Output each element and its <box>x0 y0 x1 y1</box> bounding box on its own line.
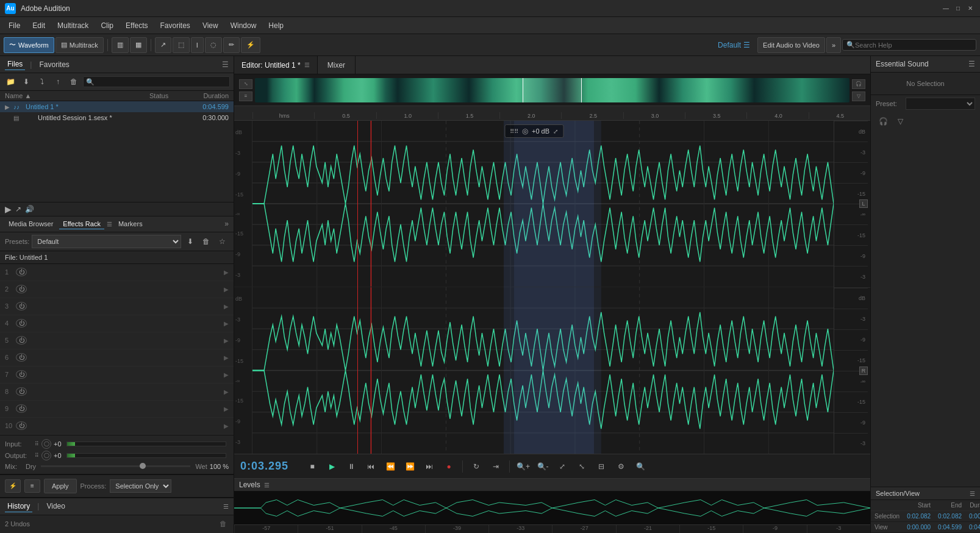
save-preset-button[interactable]: ⬇ <box>184 235 197 248</box>
filter-button[interactable]: ▽ <box>893 115 907 128</box>
essential-sound-menu-icon[interactable]: ☰ <box>968 60 975 68</box>
effect-power-7[interactable]: ⏻ <box>16 370 27 379</box>
tab-mixer[interactable]: Mixer <box>318 56 356 74</box>
headphones-button[interactable]: 🎧 <box>852 79 865 89</box>
tab-media-browser[interactable]: Media Browser <box>5 219 57 229</box>
zoom-in-full-button[interactable]: ⤡ <box>573 458 590 475</box>
tab-effects-rack[interactable]: Effects Rack <box>59 219 104 229</box>
effect-power-4[interactable]: ⏻ <box>16 319 27 327</box>
files-search-input[interactable] <box>83 76 230 87</box>
paintbrush-tool[interactable]: ✏ <box>223 37 240 53</box>
zoom-selection-button[interactable]: ⤢ <box>554 458 571 475</box>
sv-view-start[interactable]: 0:00.000 <box>903 522 934 533</box>
pause-button[interactable]: ⏸ <box>343 458 360 475</box>
menu-view[interactable]: View <box>196 19 224 32</box>
sv-view-end[interactable]: 0:04.599 <box>934 522 965 533</box>
multitrack-mode-button[interactable]: ▤ Multitrack <box>55 37 104 53</box>
effect-slot-10[interactable]: 10 ⏻ ▶ <box>0 418 234 435</box>
effects-menu-icon[interactable]: ☰ <box>107 221 112 227</box>
menu-help[interactable]: Help <box>262 19 290 32</box>
effect-power-9[interactable]: ⏻ <box>16 404 27 413</box>
audio-settings-button[interactable]: 🔊 <box>25 205 34 213</box>
maximize-button[interactable]: □ <box>953 4 963 13</box>
minimize-button[interactable]: — <box>941 4 951 13</box>
tab-files[interactable]: Files <box>5 59 25 70</box>
close-button[interactable]: ↑ <box>51 75 65 88</box>
tab-markers[interactable]: Markers <box>115 219 146 229</box>
effect-slot-6[interactable]: 6 ⏻ ▶ <box>0 349 234 367</box>
history-menu-icon[interactable]: ☰ <box>223 503 229 510</box>
magnify-button[interactable]: 🔍 <box>632 458 649 475</box>
effect-slot-3[interactable]: 3 ⏻ ▶ <box>0 298 234 315</box>
numbered-list-button[interactable]: ≡ <box>24 479 40 493</box>
presets-dropdown[interactable]: Default <box>32 235 181 248</box>
zoom-out-full-button[interactable]: ⤡ <box>239 79 252 89</box>
panel-menu-icon[interactable]: ☰ <box>222 60 229 69</box>
hud-expand-icon[interactable]: ⤢ <box>553 128 558 135</box>
headphone-button[interactable]: 🎧 <box>876 115 890 128</box>
menu-edit[interactable]: Edit <box>26 19 51 32</box>
effect-power-8[interactable]: ⏻ <box>16 387 27 396</box>
spectral-frequency-button[interactable]: ▦ <box>130 37 147 53</box>
stop-button[interactable]: ■ <box>304 458 321 475</box>
list-item[interactable]: ▶ ♪♪ Untitled 1 * 0:04.599 <box>0 101 234 112</box>
menu-multitrack[interactable]: Multitrack <box>51 19 95 32</box>
to-start-button[interactable]: ⏮ <box>362 458 379 475</box>
effect-slot-8[interactable]: 8 ⏻ ▶ <box>0 384 234 401</box>
time-selection-tool[interactable]: I <box>191 37 204 53</box>
workspace-selector[interactable]: Default ☰ <box>712 41 756 49</box>
effect-slot-2[interactable]: 2 ⏻ ▶ <box>0 281 234 298</box>
sv-selection-start[interactable]: 0:02.082 <box>903 511 934 522</box>
preset-dropdown[interactable] <box>906 98 975 110</box>
settings-zoom-button[interactable]: ⚙ <box>612 458 629 475</box>
close-button[interactable]: ✕ <box>965 4 975 13</box>
effect-power-10[interactable]: ⏻ <box>16 421 27 430</box>
rewind-button[interactable]: ⏪ <box>382 458 399 475</box>
record-button[interactable]: ● <box>440 458 457 475</box>
play-file-button[interactable]: ▶ <box>5 204 12 214</box>
spot-healing-tool[interactable]: ⚡ <box>241 37 260 53</box>
lasso-tool[interactable]: ◌ <box>205 37 222 53</box>
more-tools-button[interactable]: » <box>826 37 841 53</box>
sv-menu-icon[interactable]: ☰ <box>970 490 975 497</box>
apply-button[interactable]: Apply <box>44 479 77 493</box>
waveform-display[interactable]: ⠿⠿ ◎ +0 dB ⤢ dB -3 <box>234 121 834 454</box>
effect-power-5[interactable]: ⏻ <box>16 336 27 345</box>
expand-panel-icon[interactable]: » <box>224 220 229 228</box>
tab-editor[interactable]: Editor: Untitled 1 * ☰ <box>234 56 318 74</box>
effect-power-1[interactable]: ⏻ <box>16 268 27 276</box>
menu-favorites[interactable]: Favorites <box>154 19 196 32</box>
menu-effects[interactable]: Effects <box>120 19 154 32</box>
new-file-button[interactable]: 📁 <box>4 75 17 88</box>
menu-clip[interactable]: Clip <box>95 19 120 32</box>
mix-slider[interactable] <box>41 465 190 467</box>
effect-power-2[interactable]: ⏻ <box>16 285 27 293</box>
move-tool[interactable]: ↗ <box>155 37 171 53</box>
tab-menu-icon[interactable]: ☰ <box>304 62 310 68</box>
zoom-out-full-button[interactable]: ⊟ <box>593 458 610 475</box>
menu-file[interactable]: File <box>2 19 26 32</box>
effect-power-6[interactable]: ⏻ <box>16 353 27 362</box>
waveform-overview-display[interactable] <box>255 78 849 102</box>
zoom-in-button[interactable]: 🔍+ <box>515 458 532 475</box>
effect-slot-1[interactable]: 1 ⏻ ▶ <box>0 264 234 281</box>
input-knob[interactable]: ◯ <box>41 439 51 449</box>
delete-button[interactable]: 🗑 <box>67 75 80 88</box>
effect-power-3[interactable]: ⏻ <box>16 302 27 310</box>
import-file-button[interactable]: ⬇ <box>20 75 33 88</box>
filter-button[interactable]: ▽ <box>852 91 865 101</box>
sv-selection-duration[interactable]: 0:00.000 <box>965 511 980 522</box>
to-end-button[interactable]: ⏭ <box>421 458 438 475</box>
list-item[interactable]: ▤ Untitled Session 1.sesx * 0:30.000 <box>0 112 234 123</box>
tab-history[interactable]: History <box>5 501 32 512</box>
zoom-out-button[interactable]: 🔍- <box>534 458 551 475</box>
effect-slot-7[interactable]: 7 ⏻ ▶ <box>0 367 234 384</box>
sv-selection-end[interactable]: 0:02.082 <box>934 511 965 522</box>
play-button[interactable]: ▶ <box>323 458 340 475</box>
history-trash-button[interactable]: 🗑 <box>218 518 229 529</box>
effect-slot-9[interactable]: 9 ⏻ ▶ <box>0 401 234 418</box>
levels-menu-icon[interactable]: ☰ <box>264 482 270 488</box>
output-knob[interactable]: ◯ <box>41 451 51 460</box>
power-list-button[interactable]: ⚡ <box>5 479 21 493</box>
export-file-button[interactable]: ↗ <box>15 205 21 213</box>
